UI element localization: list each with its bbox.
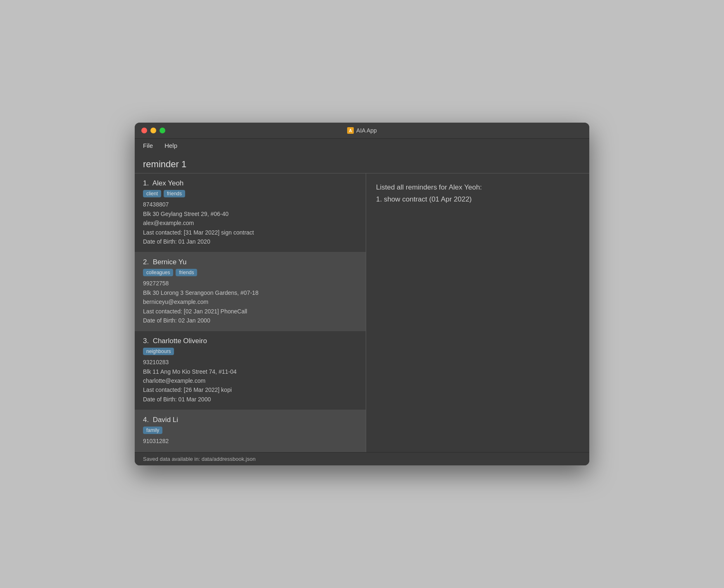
- contact-tags-3: neighbours: [143, 348, 357, 355]
- menu-bar: File Help: [135, 139, 589, 152]
- contact-email-2: berniceyu@example.com: [143, 297, 357, 306]
- window-title-text: AIA App: [356, 127, 377, 134]
- contact-last-contacted-3: Last contacted: [26 Mar 2022] kopi: [143, 385, 357, 394]
- tag-friends-1: friends: [164, 190, 185, 197]
- contact-address-2: Blk 30 Lorong 3 Serangoon Gardens, #07-1…: [143, 288, 357, 297]
- contact-number-1: 1.: [143, 179, 152, 187]
- tag-client: client: [143, 190, 161, 197]
- status-bar: Saved data available in: data/addressboo…: [135, 452, 589, 465]
- window-title: A AIA App: [347, 127, 377, 134]
- contact-name-4: 4. David Li: [143, 416, 357, 424]
- contact-number-2: 2.: [143, 258, 153, 266]
- contact-dob-3: Date of Birth: 01 Mar 2000: [143, 395, 357, 404]
- contact-name-1: 1. Alex Yeoh: [143, 179, 357, 187]
- contact-last-contacted-1: Last contacted: [31 Mar 2022] sign contr…: [143, 228, 357, 237]
- detail-panel: Listed all reminders for Alex Yeoh: 1. s…: [366, 173, 589, 452]
- menu-file[interactable]: File: [141, 141, 155, 150]
- contact-detail-3: 93210283 Blk 11 Ang Mo Kio Street 74, #1…: [143, 358, 357, 404]
- contact-address-3: Blk 11 Ang Mo Kio Street 74, #11-04: [143, 367, 357, 376]
- contact-email-3: charlotte@example.com: [143, 376, 357, 385]
- status-text: Saved data available in: data/addressboo…: [143, 456, 255, 462]
- contact-phone-2: 99272758: [143, 279, 357, 288]
- contact-tags-1: client friends: [143, 190, 357, 197]
- reminder-content: Listed all reminders for Alex Yeoh: 1. s…: [376, 182, 579, 206]
- title-bar: A AIA App: [135, 123, 589, 139]
- contact-phone-4: 91031282: [143, 436, 357, 446]
- contact-number-3: 3.: [143, 337, 153, 345]
- reminder-item-1: 1. show contract (01 Apr 2022): [376, 194, 579, 206]
- tag-friends-2: friends: [176, 269, 197, 276]
- contact-last-contacted-2: Last contacted: [02 Jan 2021] PhoneCall: [143, 307, 357, 316]
- minimize-button[interactable]: [150, 128, 156, 133]
- contact-dob-1: Date of Birth: 01 Jan 2020: [143, 237, 357, 246]
- menu-help[interactable]: Help: [163, 141, 179, 150]
- contact-entry-2[interactable]: 2. Bernice Yu colleagues friends 9927275…: [135, 252, 366, 331]
- maximize-button[interactable]: [160, 128, 165, 133]
- contact-entry-3[interactable]: 3. Charlotte Oliveiro neighbours 9321028…: [135, 331, 366, 410]
- contact-entry-1[interactable]: 1. Alex Yeoh client friends 87438807 Blk…: [135, 173, 366, 252]
- reminder-header: Listed all reminders for Alex Yeoh:: [376, 182, 579, 194]
- app-icon: A: [347, 127, 354, 134]
- contact-name-3: 3. Charlotte Oliveiro: [143, 337, 357, 345]
- contact-entry-4[interactable]: 4. David Li family 91031282: [135, 410, 366, 452]
- page-title-section: reminder 1: [135, 152, 589, 173]
- contact-detail-2: 99272758 Blk 30 Lorong 3 Serangoon Garde…: [143, 279, 357, 325]
- tag-family: family: [143, 427, 162, 434]
- traffic-lights: [141, 128, 165, 133]
- page-title: reminder 1: [143, 159, 581, 170]
- contact-name-2: 2. Bernice Yu: [143, 258, 357, 266]
- contact-address-1: Blk 30 Geylang Street 29, #06-40: [143, 209, 357, 218]
- app-window: A AIA App File Help reminder 1 1. Alex Y…: [135, 123, 589, 465]
- contact-phone-3: 93210283: [143, 358, 357, 367]
- tag-colleagues: colleagues: [143, 269, 173, 276]
- contact-number-4: 4.: [143, 416, 153, 424]
- contacts-panel[interactable]: 1. Alex Yeoh client friends 87438807 Blk…: [135, 173, 366, 452]
- contact-phone-1: 87438807: [143, 200, 357, 209]
- contact-detail-1: 87438807 Blk 30 Geylang Street 29, #06-4…: [143, 200, 357, 246]
- contact-detail-4: 91031282: [143, 436, 357, 446]
- contact-tags-2: colleagues friends: [143, 269, 357, 276]
- tag-neighbours: neighbours: [143, 348, 174, 355]
- contact-tags-4: family: [143, 427, 357, 434]
- close-button[interactable]: [141, 128, 147, 133]
- contact-email-1: alex@example.com: [143, 218, 357, 228]
- main-content: 1. Alex Yeoh client friends 87438807 Blk…: [135, 173, 589, 452]
- contact-dob-2: Date of Birth: 02 Jan 2000: [143, 316, 357, 325]
